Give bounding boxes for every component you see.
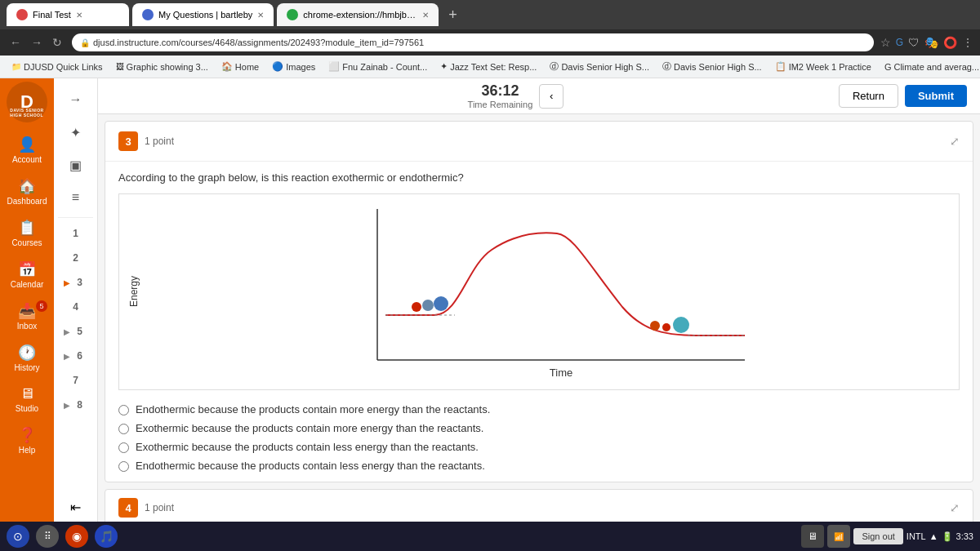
- bookmark-images[interactable]: 🔵 Images: [267, 60, 320, 73]
- choice-d-text: Endothermic because the products contain…: [136, 460, 485, 472]
- choice-d[interactable]: Endothermic because the products contain…: [118, 460, 960, 472]
- list-icon[interactable]: ≡: [61, 183, 91, 212]
- answer-choices-q3: Endothermic because the products contain…: [118, 403, 960, 472]
- tab-favicon-3: [287, 9, 298, 20]
- sidebar-toggle-icon[interactable]: →: [61, 85, 91, 114]
- tab-extension[interactable]: chrome-extension://hmbjbjdpke ✕: [277, 3, 439, 26]
- extension-button-1[interactable]: G: [896, 36, 903, 49]
- bookmark-jazz[interactable]: ✦ Jazz Text Set: Resp...: [435, 60, 541, 73]
- bookmark-djusd[interactable]: 📁 DJUSD Quick Links: [7, 60, 108, 73]
- sidebar-item-studio[interactable]: 🖥 Studio: [0, 379, 54, 420]
- sidebar-item-account[interactable]: 👤 Account: [0, 129, 54, 171]
- tab-close-2[interactable]: ✕: [257, 11, 264, 20]
- collapse-timer-button[interactable]: ‹: [539, 84, 564, 109]
- bookmark-graphic[interactable]: 🖼 Graphic showing 3...: [111, 60, 213, 73]
- sidebar-label-history: History: [14, 363, 39, 372]
- question-3-text: According to the graph below, is this re…: [118, 171, 960, 184]
- choice-c[interactable]: Exothermic because the products contain …: [118, 441, 960, 453]
- left-arrow-icon[interactable]: ⇤: [70, 500, 81, 514]
- help-icon: ❓: [18, 426, 36, 444]
- sidebar-item-courses[interactable]: 📋 Courses: [0, 212, 54, 254]
- bookmark-icon-graphic: 🖼: [116, 62, 124, 71]
- sidebar-item-help[interactable]: ❓ Help: [0, 420, 54, 461]
- choice-b[interactable]: Exothermic because the products contain …: [118, 422, 960, 434]
- tab-final-test[interactable]: Final Test ✕: [7, 3, 129, 26]
- question-3-header: 3 1 point ⤢: [105, 122, 973, 162]
- quiz-content-area: 3 1 point ⤢ According to the graph below…: [98, 114, 980, 522]
- choice-a[interactable]: Endothermic because the products contain…: [118, 403, 960, 415]
- sidebar-label-calendar: Calendar: [11, 280, 44, 289]
- arrow-6: ▶: [64, 352, 70, 361]
- sidebar-label-help: Help: [19, 446, 36, 455]
- return-button[interactable]: Return: [839, 84, 898, 108]
- bookmark-icon-jazz: ✦: [440, 61, 448, 72]
- svg-point-5: [650, 321, 660, 331]
- question-link-4[interactable]: 4: [68, 296, 83, 318]
- question-link-1[interactable]: 1: [68, 223, 83, 244]
- main-layout: D DAVIS SENIORHIGH SCHOOL 👤 Account 🏠 Da…: [0, 78, 980, 522]
- back-button[interactable]: ←: [7, 34, 24, 51]
- bookmark-star-button[interactable]: ☆: [880, 36, 891, 49]
- bookmark-icon-im2: 📋: [775, 61, 786, 72]
- bookmark-climate[interactable]: G Climate and averag...: [880, 60, 980, 73]
- radio-a[interactable]: [118, 405, 129, 415]
- url-bar[interactable]: 🔒 djusd.instructure.com/courses/4648/ass…: [72, 33, 874, 51]
- account-icon: 👤: [18, 136, 36, 153]
- sidebar-item-dashboard[interactable]: 🏠 Dashboard: [0, 171, 54, 212]
- question-link-8[interactable]: 8: [72, 394, 87, 415]
- sidebar-label-dashboard: Dashboard: [7, 197, 47, 206]
- back-to-start-icon[interactable]: ⇤: [70, 500, 81, 515]
- svg-point-7: [673, 317, 689, 333]
- bookmark-home[interactable]: 🏠 Home: [216, 60, 264, 73]
- question-link-3[interactable]: 3: [72, 272, 87, 293]
- tab-close-3[interactable]: ✕: [422, 11, 429, 20]
- sidebar-label-account: Account: [12, 155, 42, 164]
- question-4-points: 1 point: [145, 502, 950, 513]
- radio-d[interactable]: [118, 461, 129, 472]
- reload-button[interactable]: ↻: [49, 34, 65, 51]
- bookmark-im2[interactable]: 📋 IM2 Week 1 Practice: [770, 60, 876, 73]
- lock-icon: 🔒: [80, 38, 90, 47]
- quiz-action-buttons: Return Submit: [839, 84, 967, 108]
- bookmark-fnu[interactable]: ⬜ Fnu Zainab - Count...: [323, 60, 432, 73]
- question-link-7[interactable]: 7: [68, 370, 83, 391]
- bookmarks-bar: 📁 DJUSD Quick Links 🖼 Graphic showing 3.…: [0, 56, 980, 78]
- new-tab-button[interactable]: +: [442, 7, 464, 24]
- choice-b-text: Exothermic because the products contain …: [136, 422, 483, 434]
- tab-bartleby[interactable]: My Questions | bartleby ✕: [132, 3, 274, 26]
- extension-button-2[interactable]: 🛡: [908, 36, 920, 49]
- canvas-logo[interactable]: D DAVIS SENIORHIGH SCHOOL: [7, 82, 47, 122]
- question-link-5-row: ▶ 5: [64, 321, 87, 342]
- menu-button[interactable]: ⋮: [962, 36, 973, 49]
- reaction-energy-svg: Time: [145, 201, 952, 380]
- expand-question-3-icon[interactable]: ⤢: [950, 135, 960, 148]
- radio-c[interactable]: [118, 442, 129, 453]
- tab-close-1[interactable]: ✕: [76, 11, 82, 20]
- tab-favicon-2: [142, 9, 154, 20]
- pin-icon[interactable]: ✦: [61, 118, 91, 147]
- submit-button[interactable]: Submit: [905, 85, 967, 107]
- sidebar-item-history[interactable]: 🕐 History: [0, 337, 54, 379]
- question-link-5[interactable]: 5: [72, 321, 87, 342]
- bookmark-icon-davis2: ⓓ: [662, 60, 671, 73]
- radio-b[interactable]: [118, 424, 129, 434]
- view-icon[interactable]: ▣: [61, 150, 91, 180]
- forward-button[interactable]: →: [28, 34, 46, 51]
- bookmark-davis1[interactable]: ⓓ Davis Senior High S...: [545, 59, 654, 74]
- question-4-card: 4 1 point ⤢ Which statements about the r…: [105, 489, 973, 522]
- bookmark-davis2[interactable]: ⓓ Davis Senior High S...: [657, 59, 767, 74]
- extension-button-3[interactable]: 🎭: [924, 36, 938, 49]
- sidebar-item-calendar[interactable]: 📅 Calendar: [0, 254, 54, 295]
- question-link-2[interactable]: 2: [68, 247, 83, 269]
- question-link-6[interactable]: 6: [72, 345, 87, 367]
- tab-label-1: Final Test: [33, 10, 71, 20]
- arrow-3: ▶: [64, 278, 70, 287]
- extension-button-4[interactable]: ⭕: [943, 36, 957, 49]
- question-3-number: 3: [118, 131, 138, 151]
- svg-point-4: [434, 296, 448, 311]
- sidebar-item-inbox[interactable]: 📥 5 Inbox: [0, 295, 54, 337]
- expand-question-4-icon[interactable]: ⤢: [950, 501, 960, 514]
- url-action-buttons: ☆ G 🛡 🎭 ⭕ ⋮: [880, 36, 973, 49]
- y-axis-label: Energy: [128, 276, 140, 307]
- choice-c-text: Exothermic because the products contain …: [136, 441, 479, 453]
